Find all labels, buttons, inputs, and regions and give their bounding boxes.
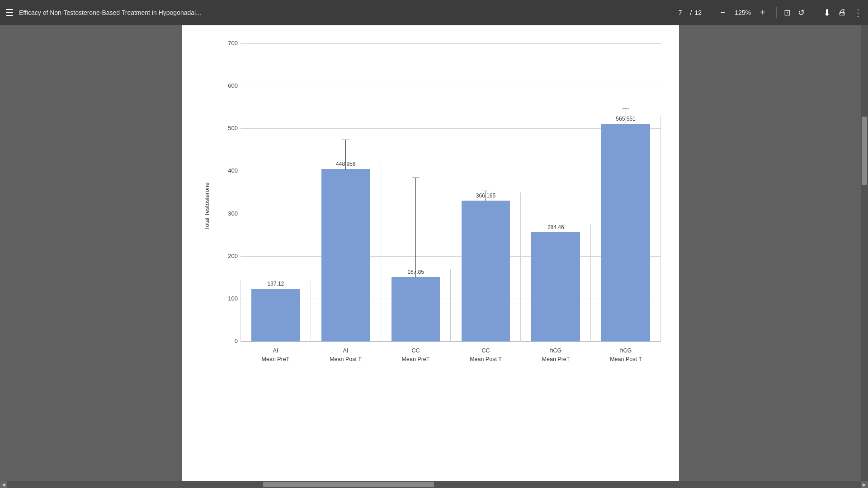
bar-cc-postt (462, 201, 510, 342)
x-group-name-ai-1: AI (273, 347, 278, 355)
x-sub-label-ai-postt: Mean Post T (330, 355, 362, 364)
bar-wrapper-cc-pret: 167.85 (392, 269, 440, 342)
y-tick-0: 0 (218, 338, 238, 344)
error-bar-ai-postt (342, 140, 349, 169)
chart-inner: 700 600 500 400 300 200 100 0 (218, 43, 661, 369)
y-tick-300: 300 (218, 210, 238, 217)
scroll-track[interactable] (7, 481, 861, 488)
divider-2 (776, 7, 777, 18)
bar-value-ai-pret: 137.12 (268, 281, 284, 287)
page-total: 12 (694, 9, 702, 16)
scroll-right-arrow[interactable]: ▶ (861, 481, 868, 488)
bar-wrapper-cc-postt: 366 165 (462, 192, 510, 342)
bar-group-ai-pret: 137.12 (241, 281, 311, 342)
fit-page-button[interactable]: ⊡ (784, 8, 791, 18)
x-label-ai-postt: AI Mean Post T (311, 342, 381, 369)
bar-wrapper-ai-postt: 448 958 (321, 161, 370, 342)
right-scroll-thumb[interactable] (862, 117, 867, 185)
bottom-scrollbar[interactable]: ◀ ▶ (0, 481, 868, 488)
bar-ai-pret (251, 289, 300, 342)
zoom-level: 125% (733, 9, 753, 16)
divider-1 (709, 7, 709, 18)
bar-value-hcg-pret: 284.46 (547, 224, 564, 230)
divider-3 (814, 7, 814, 18)
bar-group-ai-postt: 448 958 (311, 161, 381, 342)
download-button[interactable]: ⬇ (823, 7, 831, 18)
more-options-button[interactable]: ⋮ (854, 7, 863, 18)
x-sub-label-hcg-pret: Mean PreT (542, 355, 570, 364)
x-group-name-cc-1: CC (411, 347, 420, 355)
error-line-ai-postt (345, 140, 346, 169)
y-tick-100: 100 (218, 295, 238, 302)
scroll-left-arrow[interactable]: ◀ (0, 481, 7, 488)
bars-area: 137.12 448 958 (241, 43, 661, 342)
error-bar-cc-postt (482, 191, 489, 201)
rotate-button[interactable]: ↺ (798, 8, 805, 18)
error-line-cc-postt (486, 191, 486, 201)
x-label-cc-postt: CC Mean Post T (451, 342, 521, 369)
zoom-controls: − 125% + (717, 6, 769, 19)
bar-group-hcg-pret: 284.46 (521, 224, 591, 342)
x-group-name-hcg-1: hCG (550, 347, 562, 355)
bar-cc-pret (392, 277, 440, 342)
x-label-hcg-pret: hCG Mean PreT (521, 342, 591, 369)
bottom-scroll-thumb[interactable] (263, 482, 434, 487)
x-label-cc-pret: CC Mean PreT (381, 342, 451, 369)
zoom-out-button[interactable]: − (717, 6, 729, 19)
x-label-hcg-postt: hCG Mean Post T (591, 342, 661, 369)
y-axis-label: Total Testosterone (200, 43, 213, 369)
zoom-in-button[interactable]: + (756, 6, 769, 19)
x-sub-label-ai-pret: Mean PreT (262, 355, 290, 364)
bar-group-cc-pret: 167.85 (381, 269, 451, 342)
bar-hcg-pret (531, 232, 580, 342)
x-label-ai-pret: AI Mean PreT (241, 342, 311, 369)
x-sub-label-cc-postt: Mean Post T (470, 355, 502, 364)
toolbar-right-actions: ⊡ ↺ ⬇ 🖨 ⋮ (784, 7, 863, 18)
x-sub-label-cc-pret: Mean PreT (402, 355, 430, 364)
bar-wrapper-hcg-postt: 565 551 (601, 116, 650, 342)
x-axis-labels: AI Mean PreT AI Mean Post T CC Mean PreT (241, 342, 661, 369)
y-tick-700: 700 (218, 40, 238, 47)
bar-ai-postt (321, 169, 370, 342)
error-bar-cc-pret (412, 178, 420, 277)
toolbar: ☰ Efficacy of Non-Testosterone-Based Tre… (0, 0, 868, 25)
bar-wrapper-hcg-pret: 284.46 (531, 224, 580, 342)
x-group-name-cc-2: CC (481, 347, 490, 355)
right-scrollbar[interactable] (861, 25, 868, 481)
y-tick-400: 400 (218, 167, 238, 174)
main-content: Total Testosterone 700 600 500 400 300 2… (0, 25, 861, 481)
y-tick-500: 500 (218, 125, 238, 131)
chart-container: Total Testosterone 700 600 500 400 300 2… (200, 34, 661, 396)
bar-hcg-postt (601, 124, 650, 342)
print-button[interactable]: 🖨 (838, 8, 846, 17)
bar-group-cc-postt: 366 165 (451, 192, 521, 342)
chart-area: Total Testosterone 700 600 500 400 300 2… (200, 43, 661, 369)
bar-group-hcg-postt: 565 551 (591, 116, 661, 342)
x-group-name-ai-2: AI (343, 347, 349, 355)
y-tick-200: 200 (218, 253, 238, 259)
y-tick-600: 600 (218, 82, 238, 89)
x-sub-label-hcg-postt: Mean Post T (610, 355, 642, 364)
error-line-cc-pret (415, 178, 416, 277)
error-line-hcg-postt (626, 108, 626, 124)
page-separator: / (690, 9, 692, 16)
document-title: Efficacy of Non-Testosterone-Based Treat… (19, 9, 668, 16)
x-group-name-hcg-2: hCG (620, 347, 632, 355)
error-bar-hcg-postt (622, 108, 629, 124)
bar-wrapper-ai-pret: 137.12 (251, 281, 300, 342)
page-input[interactable]: 7 (673, 9, 688, 16)
menu-icon[interactable]: ☰ (5, 7, 14, 18)
document-page: Total Testosterone 700 600 500 400 300 2… (182, 25, 679, 481)
page-navigation: 7 / 12 (673, 9, 702, 16)
